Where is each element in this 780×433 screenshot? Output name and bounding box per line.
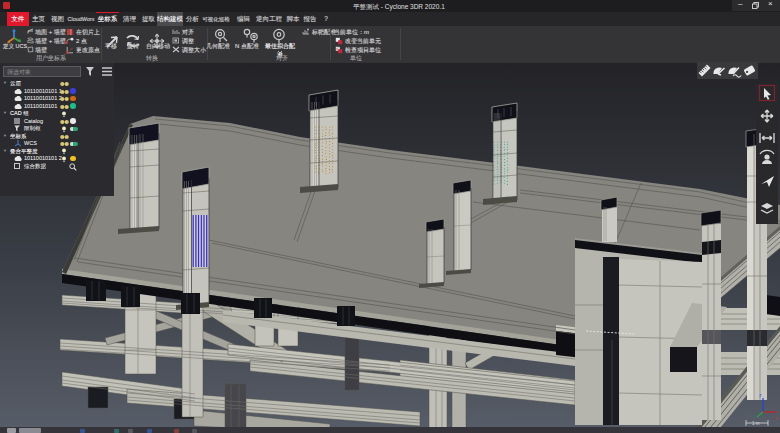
svg-text:1 m: 1 m — [752, 421, 760, 426]
